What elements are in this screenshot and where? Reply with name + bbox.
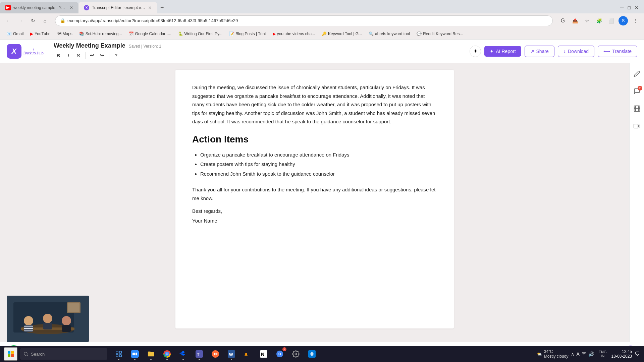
taskbar-app-snap[interactable] <box>208 347 223 361</box>
bookmark-youtube[interactable]: ▶ YouTube <box>28 31 53 37</box>
bookmark-reddit[interactable]: 💬 Reddit Keyword Res... <box>414 31 466 37</box>
redo-button[interactable]: ↪ <box>98 51 107 60</box>
svg-rect-37 <box>119 355 121 357</box>
chat-icon[interactable]: 2 <box>632 86 642 97</box>
pencil-tool-icon[interactable] <box>632 68 642 79</box>
taskbar-app-updates[interactable] <box>305 347 319 361</box>
address-bar[interactable]: 🔒 exemplary.ai/app/transcript/editor?tra… <box>55 15 553 26</box>
back-to-hub-btn[interactable]: ‹ Back to Hub <box>23 47 44 55</box>
taskbar-app-dropbox[interactable] <box>176 347 191 361</box>
ahrefs-icon: 🔍 <box>369 32 374 36</box>
bookmark-blogposts[interactable]: 📝 Blog Posts | Trint <box>226 31 269 37</box>
svg-rect-13 <box>62 325 71 332</box>
dropbox-dot <box>182 359 184 360</box>
taskbar-app-zoom[interactable] <box>127 347 142 361</box>
menu-button[interactable]: ⋮ <box>631 16 640 25</box>
video-camera-icon[interactable] <box>632 121 642 131</box>
taskbar-app-chrome2[interactable]: 2 <box>272 347 287 361</box>
italic-button[interactable]: I <box>64 51 73 60</box>
weather-widget[interactable]: ⛅ 34°C Mostly cloudy <box>537 349 569 359</box>
maximize-btn[interactable]: □ <box>627 5 632 10</box>
network-icon[interactable] <box>582 351 586 357</box>
bookmark-maps[interactable]: 🗺 Maps <box>55 31 75 37</box>
ai-report-button[interactable]: ✦ AI Report <box>484 46 521 57</box>
svg-rect-34 <box>116 351 118 353</box>
svg-rect-11 <box>43 323 52 329</box>
app-logo-letter: X <box>12 47 17 56</box>
bookmark-scihub[interactable]: 📚 Sci-Hub: removing... <box>76 31 125 37</box>
locale-info[interactable]: ENG IN <box>597 349 609 359</box>
taskbar: Search <box>0 346 644 362</box>
summary-paragraph: During the meeting, we discussed the iss… <box>192 83 437 126</box>
action-item-1: Organize a pancake breakfast to encourag… <box>200 150 437 160</box>
bookmark-button[interactable]: ☆ <box>582 16 592 25</box>
taskbar-app-widgets[interactable] <box>111 347 126 361</box>
bookmarks-bar: 📧 Gmail ▶ YouTube 🗺 Maps 📚 Sci-Hub: remo… <box>0 28 644 40</box>
tab-close-youtube[interactable]: ✕ <box>70 5 73 10</box>
translate-button[interactable]: ⟷ Translate <box>598 46 637 57</box>
start-button[interactable] <box>4 347 17 361</box>
maps-icon: 🗺 <box>57 32 61 36</box>
close-btn[interactable]: ✕ <box>633 5 640 10</box>
bookmark-maps-label: Maps <box>63 32 72 36</box>
bookmark-ytvideos[interactable]: ▶ youtube videos cha... <box>270 31 318 37</box>
taskbar-app-amazon[interactable]: a <box>240 347 255 361</box>
bookmark-keyword[interactable]: 🔑 Keyword Tool | G... <box>319 31 365 37</box>
extension-puzzle-button[interactable]: 🧩 <box>594 16 604 25</box>
bookmark-calendar[interactable]: 📅 Google Calendar -... <box>126 31 174 37</box>
home-button[interactable]: ⌂ <box>40 16 50 25</box>
bookmark-gmail[interactable]: 📧 Gmail <box>4 31 26 37</box>
screen-cast-button[interactable]: 📤 <box>570 16 580 25</box>
help-button[interactable]: ? <box>111 51 121 60</box>
video-thumbnail <box>7 296 89 342</box>
action-items-heading: Action Items <box>192 134 437 145</box>
sidebar-toggle-button[interactable]: ⬜ <box>606 16 616 25</box>
taskbar-search-box[interactable]: Search <box>20 348 107 360</box>
tab-close-exemplary[interactable]: ✕ <box>148 5 152 10</box>
taskbar-app-explorer[interactable] <box>144 347 158 361</box>
gmail-icon: 📧 <box>7 32 12 36</box>
document-editor[interactable]: During the meeting, we discussed the iss… <box>175 70 454 328</box>
new-tab-button[interactable]: + <box>158 4 166 11</box>
svg-line-33 <box>27 355 28 356</box>
lang-icon[interactable]: A <box>576 351 579 357</box>
google-icon[interactable]: G <box>558 16 568 25</box>
taskbar-app-word[interactable]: W <box>224 347 239 361</box>
user-profile-button[interactable]: S <box>619 16 628 25</box>
volume-sys-icon[interactable]: 🔊 <box>588 351 594 357</box>
svg-text:N: N <box>261 352 265 357</box>
bookmark-writing[interactable]: 🐍 Writing Our First Py... <box>175 31 225 37</box>
clock-display[interactable]: 12:45 18-08-2023 <box>611 349 632 359</box>
chevron-up-icon[interactable]: ∧ <box>571 351 574 357</box>
undo-button[interactable]: ↩ <box>88 51 97 60</box>
bookmark-ahrefs[interactable]: 🔍 ahrefs keyword tool <box>366 31 413 37</box>
taskbar-app-settings[interactable] <box>288 347 303 361</box>
reload-button[interactable]: ↻ <box>28 16 38 25</box>
minimize-btn[interactable]: ─ <box>619 5 625 11</box>
taskbar-app-teams[interactable]: T <box>192 347 207 361</box>
bold-button[interactable]: B <box>54 51 63 60</box>
bookmark-scihub-label: Sci-Hub: removing... <box>86 32 122 36</box>
tab-youtube[interactable]: weekly meeting sample - YouTu... ✕ <box>0 2 78 13</box>
tab-exemplary[interactable]: X Transcript Editor | exemplary.ai ✕ <box>78 2 157 13</box>
filmstrip-icon[interactable] <box>632 103 642 114</box>
svg-marker-39 <box>136 352 137 356</box>
bookmark-reddit-label: Reddit Keyword Res... <box>423 32 463 36</box>
translate-label: Translate <box>612 49 632 54</box>
theme-toggle-button[interactable]: ✦ <box>470 46 481 57</box>
forward-nav-button[interactable]: → <box>16 16 25 25</box>
action-item-3: Recommend John Smith to speak to the gui… <box>200 169 437 179</box>
download-button[interactable]: ↓ Download <box>558 46 594 57</box>
notification-button[interactable]: 🗨 <box>635 351 640 357</box>
ytvideos-icon: ▶ <box>273 32 276 36</box>
strikethrough-button[interactable]: S <box>74 51 83 60</box>
taskbar-app-notion[interactable]: N <box>256 347 271 361</box>
back-nav-button[interactable]: ← <box>4 16 13 25</box>
lock-icon: 🔒 <box>60 18 65 23</box>
svg-rect-36 <box>116 355 118 357</box>
taskbar-app-chrome[interactable] <box>160 347 174 361</box>
share-button[interactable]: ↗ Share <box>525 46 554 57</box>
locale-lang: ENG <box>599 350 607 354</box>
weather-condition: Mostly cloudy <box>544 354 569 359</box>
download-label: Download <box>568 49 589 54</box>
